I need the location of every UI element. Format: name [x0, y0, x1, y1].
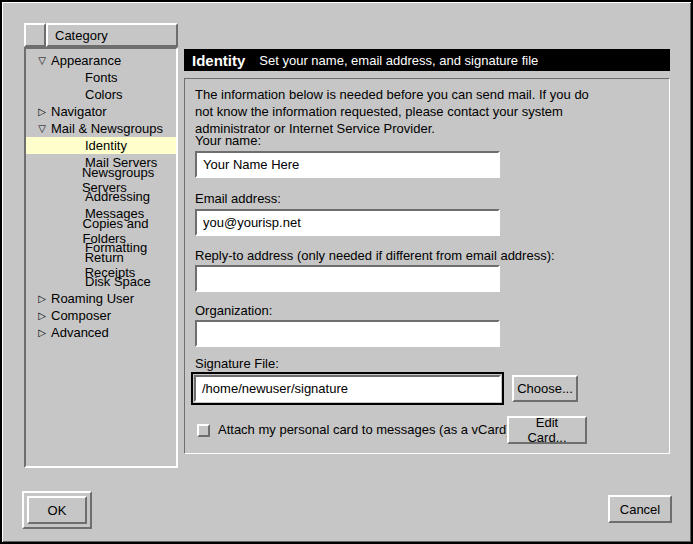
sidebar-item-label: Advanced [51, 325, 109, 340]
panel-subtitle: Set your name, email address, and signat… [259, 53, 538, 68]
category-header: Category [24, 23, 178, 47]
your-name-field-wrap [195, 151, 500, 178]
sidebar-item-label: Appearance [51, 53, 121, 68]
your-name-label: Your name: [195, 133, 261, 148]
organization-field-wrap [195, 320, 500, 347]
reply-to-label: Reply-to address (only needed if differe… [195, 248, 555, 263]
edit-card-button[interactable]: Edit Card... [507, 416, 587, 444]
signature-file-input[interactable] [194, 375, 501, 402]
signature-focus-ring [191, 372, 504, 405]
sidebar-item-label: Roaming User [51, 291, 134, 306]
sidebar-item-appearance[interactable]: ▽ Appearance [26, 52, 176, 69]
expand-triangle-icon[interactable]: ▷ [35, 307, 49, 324]
sidebar-item-roaming-user[interactable]: ▷ Roaming User [26, 290, 176, 307]
sidebar-item-navigator[interactable]: ▷ Navigator [26, 103, 176, 120]
expand-triangle-icon[interactable]: ▷ [35, 324, 49, 341]
email-label: Email address: [195, 191, 281, 206]
category-header-cell[interactable]: Category [46, 23, 178, 47]
your-name-input[interactable] [195, 151, 500, 178]
sidebar-item-label: Colors [85, 87, 123, 102]
sidebar-item-mail-newsgroups[interactable]: ▽ Mail & Newsgroups [26, 120, 176, 137]
signature-file-label: Signature File: [195, 356, 279, 371]
panel-title: Identity [192, 52, 245, 69]
expand-triangle-icon[interactable]: ▷ [35, 103, 49, 120]
sidebar-item-newsgroups-servers[interactable]: Newsgroups Servers [26, 171, 176, 188]
organization-input[interactable] [195, 320, 500, 347]
collapse-triangle-icon[interactable]: ▽ [35, 52, 49, 69]
panel-header-bar: Identity Set your name, email address, a… [184, 49, 670, 71]
sidebar-item-advanced[interactable]: ▷ Advanced [26, 324, 176, 341]
sidebar-item-label: Addressing [85, 189, 150, 204]
reply-to-input[interactable] [195, 265, 500, 292]
sidebar-item-identity[interactable]: Identity [26, 137, 176, 154]
vcard-checkbox-label: Attach my personal card to messages (as … [218, 422, 511, 437]
sidebar-item-label: Disk Space [85, 274, 151, 289]
sidebar-item-label: Identity [85, 138, 127, 153]
ok-button[interactable]: OK [27, 496, 87, 524]
sidebar-item-fonts[interactable]: Fonts [26, 69, 176, 86]
organization-label: Organization: [195, 303, 272, 318]
identity-panel: The information below is needed before y… [184, 78, 670, 454]
choose-button[interactable]: Choose... [512, 375, 578, 402]
sidebar-item-copies-and-folders[interactable]: Copies and Folders [26, 222, 176, 239]
intro-text: The information below is needed before y… [195, 86, 607, 137]
sidebar-item-composer[interactable]: ▷ Composer [26, 307, 176, 324]
sidebar-item-label: Mail & Newsgroups [51, 121, 163, 136]
cancel-button[interactable]: Cancel [608, 495, 672, 523]
ok-default-ring: OK [22, 491, 92, 529]
sidebar-item-label: Navigator [51, 104, 107, 119]
sidebar-item-label: Fonts [85, 70, 118, 85]
collapse-triangle-icon[interactable]: ▽ [35, 120, 49, 137]
preferences-dialog: Category ▽ Appearance Fonts Colors ▷ Nav… [0, 0, 693, 544]
category-tree: ▽ Appearance Fonts Colors ▷ Navigator ▽ … [24, 47, 178, 468]
category-header-stub [24, 23, 46, 47]
vcard-checkbox[interactable] [197, 424, 210, 437]
sidebar-item-label: Composer [51, 308, 111, 323]
email-input[interactable] [195, 209, 500, 236]
sidebar-item-return-receipts[interactable]: Return Receipts [26, 256, 176, 273]
reply-to-field-wrap [195, 265, 500, 292]
category-header-label: Category [55, 28, 108, 43]
sidebar-item-colors[interactable]: Colors [26, 86, 176, 103]
expand-triangle-icon[interactable]: ▷ [35, 290, 49, 307]
email-field-wrap [195, 209, 500, 236]
